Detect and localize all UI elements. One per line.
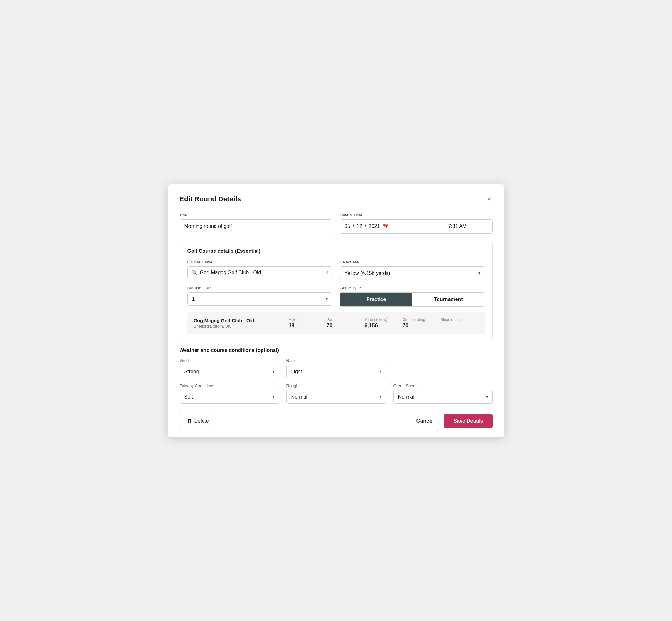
close-button[interactable]: × <box>486 194 493 204</box>
fairway-dropdown[interactable]: Dry Normal Soft Wet <box>179 390 279 404</box>
par-label: Par <box>327 318 333 322</box>
slope-rating-value: - <box>440 323 442 329</box>
yards-value: 6,156 <box>365 323 378 329</box>
save-button[interactable]: Save Details <box>444 414 493 428</box>
rain-field: Rain None Light Moderate Heavy ▾ <box>287 358 386 378</box>
hole-gametype-row: Starting Hole 1 10 ▾ Game Type Practice … <box>187 286 485 307</box>
weather-title: Weather and course conditions (optional) <box>179 347 493 353</box>
date-day: 12 <box>356 223 362 229</box>
holes-stat: Holes 18 <box>289 318 327 329</box>
edit-round-modal: Edit Round Details × Title Date & Time 0… <box>168 184 504 437</box>
select-tee-dropdown[interactable]: Yellow (6,156 yards) White (6,500 yards)… <box>340 266 485 280</box>
fairway-rough-green-row: Fairway Conditions Dry Normal Soft Wet ▾… <box>179 383 493 404</box>
top-row: Title Date & Time 05 / 12 / 2021 📅 7:31 … <box>179 213 493 234</box>
course-section: Golf Course details (Essential) Course N… <box>179 241 493 340</box>
weather-section: Weather and course conditions (optional)… <box>179 347 493 404</box>
slope-rating-stat: Slope rating - <box>440 318 478 329</box>
title-input[interactable] <box>179 219 333 233</box>
course-rating-label: Course rating <box>403 318 425 322</box>
calendar-icon: 📅 <box>382 223 389 230</box>
course-info-name: Gog Magog Golf Club - Old, Shelford Bott… <box>194 318 289 329</box>
title-label: Title <box>179 213 333 217</box>
rain-dropdown[interactable]: None Light Moderate Heavy <box>287 365 386 378</box>
course-tee-row: Course Name 🔍 × Select Tee Yellow (6,156… <box>187 260 485 280</box>
footer-right: Cancel Save Details <box>414 414 493 428</box>
fairway-field: Fairway Conditions Dry Normal Soft Wet ▾ <box>179 383 279 404</box>
modal-footer: 🗑 Delete Cancel Save Details <box>179 411 493 428</box>
course-name-input[interactable] <box>200 270 323 276</box>
course-name-field: Course Name 🔍 × <box>187 260 333 280</box>
tournament-button[interactable]: Tournament <box>412 292 485 306</box>
wind-select-wrap: Calm Light Moderate Strong Very Strong ▾ <box>179 365 279 378</box>
game-type-field: Game Type Practice Tournament <box>340 286 485 307</box>
time-value: 7:31 AM <box>448 223 467 229</box>
course-rating-stat: Course rating 70 <box>403 318 440 329</box>
modal-header: Edit Round Details × <box>179 194 493 204</box>
course-section-title: Golf Course details (Essential) <box>187 248 485 254</box>
rough-dropdown[interactable]: Short Normal Long Very Long <box>287 390 386 404</box>
green-speed-dropdown[interactable]: Slow Normal Fast Very Fast <box>393 390 493 404</box>
fairway-select-wrap: Dry Normal Soft Wet ▾ <box>179 390 279 404</box>
date-part[interactable]: 05 / 12 / 2021 📅 <box>340 220 422 233</box>
green-speed-field: Green Speed Slow Normal Fast Very Fast ▾ <box>393 383 493 404</box>
green-speed-label: Green Speed <box>393 383 493 388</box>
par-value: 70 <box>327 323 333 329</box>
slope-rating-label: Slope rating <box>440 318 461 322</box>
rough-select-wrap: Short Normal Long Very Long ▾ <box>287 390 386 404</box>
fairway-label: Fairway Conditions <box>179 383 279 388</box>
course-rating-value: 70 <box>403 323 409 329</box>
course-name-label: Course Name <box>187 260 333 264</box>
game-type-toggle: Practice Tournament <box>340 292 485 307</box>
date-month: 05 <box>344 223 350 229</box>
modal-title: Edit Round Details <box>179 195 241 203</box>
green-speed-select-wrap: Slow Normal Fast Very Fast ▾ <box>393 390 493 404</box>
wind-rain-row: Wind Calm Light Moderate Strong Very Str… <box>179 358 493 378</box>
starting-hole-field: Starting Hole 1 10 ▾ <box>187 286 333 307</box>
select-tee-wrap: Yellow (6,156 yards) White (6,500 yards)… <box>340 266 485 280</box>
title-field-group: Title <box>179 213 333 234</box>
game-type-label: Game Type <box>340 286 485 290</box>
rain-label: Rain <box>287 358 386 363</box>
course-main-name: Gog Magog Golf Club - Old, <box>194 318 289 323</box>
rough-field: Rough Short Normal Long Very Long ▾ <box>287 383 386 404</box>
holes-label: Holes <box>289 318 298 322</box>
rain-select-wrap: None Light Moderate Heavy ▾ <box>287 365 386 378</box>
delete-label: Delete <box>194 418 209 424</box>
course-info-bar: Gog Magog Golf Club - Old, Shelford Bott… <box>187 313 485 334</box>
course-name-input-wrap[interactable]: 🔍 × <box>187 266 333 279</box>
holes-value: 18 <box>289 323 295 329</box>
rough-label: Rough <box>287 383 386 388</box>
wind-dropdown[interactable]: Calm Light Moderate Strong Very Strong <box>179 365 279 378</box>
date-sep2: / <box>365 223 366 229</box>
cancel-button[interactable]: Cancel <box>414 414 436 428</box>
date-year: 2021 <box>369 223 380 229</box>
practice-button[interactable]: Practice <box>340 292 412 306</box>
select-tee-label: Select Tee <box>340 260 485 264</box>
starting-hole-label: Starting Hole <box>187 286 333 290</box>
starting-hole-wrap: 1 10 ▾ <box>187 292 333 306</box>
yards-stat: Yards(Yellow) 6,156 <box>365 318 402 329</box>
par-stat: Par 70 <box>327 318 365 329</box>
trash-icon: 🗑 <box>187 418 192 424</box>
date-sep1: / <box>353 223 354 229</box>
date-time-label: Date & Time <box>340 213 493 217</box>
starting-hole-dropdown[interactable]: 1 10 <box>187 292 333 306</box>
date-time-field-group: Date & Time 05 / 12 / 2021 📅 7:31 AM <box>340 213 493 234</box>
clear-course-button[interactable]: × <box>325 270 328 276</box>
select-tee-field: Select Tee Yellow (6,156 yards) White (6… <box>340 260 485 280</box>
course-sub-name: Shelford Bottom, UK <box>194 324 289 329</box>
wind-label: Wind <box>179 358 279 363</box>
yards-label: Yards(Yellow) <box>365 318 387 322</box>
search-icon: 🔍 <box>192 270 198 276</box>
date-time-row: 05 / 12 / 2021 📅 7:31 AM <box>340 219 493 234</box>
delete-button[interactable]: 🗑 Delete <box>179 414 216 428</box>
wind-field: Wind Calm Light Moderate Strong Very Str… <box>179 358 279 378</box>
time-part[interactable]: 7:31 AM <box>422 220 492 233</box>
